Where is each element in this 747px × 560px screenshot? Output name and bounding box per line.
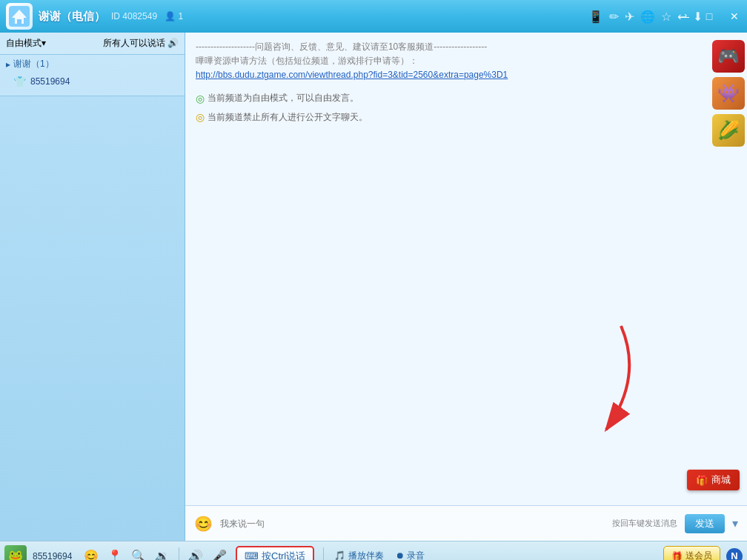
yellow-dot-icon: ◎ — [196, 109, 205, 125]
chat-messages: --------------------问题咨询、反馈、意见、建议请至10客服频… — [185, 33, 747, 505]
main-area: 自由模式▾ 所有人可以说话 🔊 ▸ 谢谢（1） 👕 85519694 ✏ ✏ 编… — [0, 33, 747, 541]
cloud-icon[interactable]: 🌐 — [640, 10, 655, 24]
send-member-button[interactable]: 🎁 送会员 — [663, 546, 720, 560]
send-hint: 按回车键发送消息 — [612, 518, 677, 529]
shop-label: 商城 — [711, 473, 731, 487]
shop-button[interactable]: 🎁 商城 — [687, 470, 740, 490]
minimize-button[interactable]: — — [671, 0, 697, 33]
toolbar-search-icon[interactable]: 🔍 — [128, 546, 149, 561]
toolbar-mic-icon[interactable]: 🎤 — [209, 546, 230, 561]
star-icon[interactable]: ☆ — [661, 10, 671, 24]
green-dot-icon: ◎ — [196, 90, 205, 107]
message-input[interactable] — [220, 519, 605, 529]
phone-icon[interactable]: 📱 — [588, 10, 603, 24]
plane-icon[interactable]: ✈ — [625, 10, 634, 24]
chat-area: 🎮 👾 🌽 --------------------问题咨询、反馈、意见、建议请… — [185, 33, 747, 541]
ctrl-talk-button[interactable]: ⌨ 按Ctrl说话 — [236, 546, 314, 561]
bottom-toolbar: 🐸 85519694 😊 📍 🔍 🔉 🔊 🎤 ⌨ 按Ctrl说话 🎵 播放伴奏 … — [0, 541, 747, 560]
title-id: ID 4082549 — [111, 11, 157, 21]
members-list: 👕 85519694 — [6, 70, 179, 93]
title-users: 👤 1 — [165, 11, 183, 21]
toolbar-divider-1 — [179, 547, 179, 561]
system-message: --------------------问题咨询、反馈、意见、建议请至10客服频… — [196, 40, 737, 83]
close-button[interactable]: ✕ — [722, 0, 747, 33]
channel-name[interactable]: 谢谢（1） — [13, 58, 54, 70]
edit-icon[interactable]: ✏ — [609, 10, 619, 24]
send-button[interactable]: 发送 — [685, 514, 725, 533]
sidebar: 自由模式▾ 所有人可以说话 🔊 ▸ 谢谢（1） 👕 85519694 ✏ ✏ 编… — [0, 33, 185, 541]
channel-arrow-icon: ▸ — [6, 59, 10, 70]
svg-rect-1 — [17, 19, 21, 24]
record-button[interactable]: ⏺ 录音 — [391, 547, 429, 560]
channel-section: ▸ 谢谢（1） 👕 85519694 — [0, 55, 185, 96]
toolbar-location-icon[interactable]: 📍 — [104, 546, 125, 561]
user-name: 85519694 — [33, 551, 72, 561]
member-icon: 👕 — [13, 76, 26, 87]
title-bar: 谢谢（电信） ID 4082549 👤 1 📱 ✏ ✈ 🌐 ☆ ↩ ⬇ — □ … — [0, 0, 747, 33]
toolbar-volume-icon[interactable]: 🔊 — [185, 546, 206, 561]
input-area: 😊 按回车键发送消息 发送 ▾ — [185, 505, 747, 541]
more-options-button[interactable]: ▾ — [732, 516, 738, 530]
maximize-button[interactable]: □ — [697, 0, 722, 33]
title-controls: — □ ✕ — [671, 0, 747, 33]
gift-icon: 🎁 — [671, 551, 683, 561]
play-music-button[interactable]: 🎵 播放伴奏 — [330, 547, 388, 560]
logo — [6, 3, 33, 30]
user-avatar: 🐸 — [4, 545, 27, 561]
emoji-button[interactable]: 😊 — [194, 515, 213, 533]
toolbar-divider-2 — [323, 547, 324, 561]
toolbar-sound-adjust-icon[interactable]: 🔉 — [152, 546, 173, 561]
notification-badge[interactable]: N — [726, 548, 743, 561]
member-name: 85519694 — [30, 76, 70, 87]
member-item[interactable]: 👕 85519694 — [12, 73, 173, 90]
toolbar-face-icon[interactable]: 😊 — [81, 546, 102, 561]
sidebar-header: 自由模式▾ 所有人可以说话 🔊 — [0, 33, 185, 55]
shop-icon: 🎁 — [696, 475, 708, 486]
system-link[interactable]: http://bbs.dudu.ztgame.com/viewthread.ph… — [196, 70, 508, 80]
sidebar-subtitle: 所有人可以说话 🔊 — [103, 37, 179, 50]
mode-selector[interactable]: 自由模式▾ — [6, 37, 46, 50]
title-text: 谢谢（电信） — [39, 10, 105, 24]
user-avatar-icon: 🐸 — [8, 549, 23, 560]
channel-notice: ◎当前频道为自由模式，可以自由发言。 ◎当前频道禁止所有人进行公开文字聊天。 — [196, 90, 737, 126]
channel-title: ▸ 谢谢（1） — [6, 58, 179, 70]
